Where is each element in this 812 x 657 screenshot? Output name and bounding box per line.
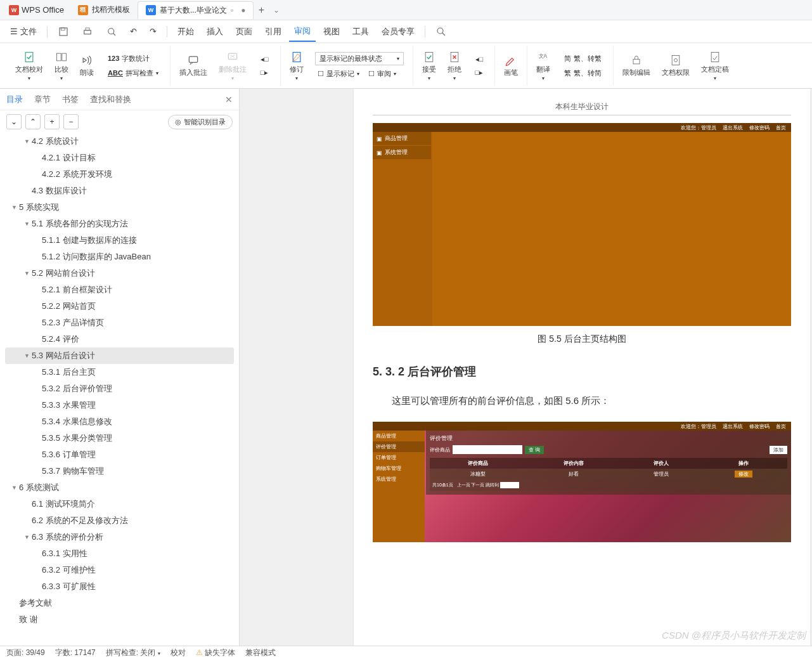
smart-toc-button[interactable]: ◎ 智能识别目录	[168, 115, 233, 129]
read-button[interactable]: 朗读	[76, 51, 98, 80]
menu-review[interactable]: 审阅	[289, 22, 316, 42]
toc-item[interactable]: 5.2.2 网站首页	[5, 298, 234, 315]
undo-icon[interactable]: ↶	[125, 23, 142, 40]
preview-icon[interactable]	[101, 22, 122, 41]
svg-rect-0	[60, 28, 67, 36]
hamburger-icon[interactable]: ☰ 文件	[5, 22, 42, 41]
status-proof[interactable]: 校对	[171, 647, 186, 657]
toc-item[interactable]: 5.1.1 创建与数据库的连接	[5, 232, 234, 249]
toc-item[interactable]: 5.2.3 产品详情页	[5, 315, 234, 331]
figure-caption: 图 5.5 后台主页结构图	[373, 334, 791, 345]
status-wordcount[interactable]: 字数: 17147	[55, 647, 96, 657]
show-markup-button[interactable]: ☐ 显示标记 ▾	[315, 68, 362, 80]
admin-side-goods: 商品管理	[373, 431, 425, 441]
sidetab-chapter[interactable]: 章节	[34, 94, 51, 105]
prev-comment-icon[interactable]: ◂□	[258, 54, 271, 65]
menu-page[interactable]: 页面	[231, 22, 257, 41]
page-header: 本科生毕业设计	[373, 101, 791, 115]
wordcount-button[interactable]: 123 字数统计	[105, 53, 161, 65]
sidebar-tabs: 目录 章节 书签 查找和替换 ✕	[0, 89, 239, 110]
toc-item[interactable]: 5.2.4 评价	[5, 331, 234, 348]
track-changes-button[interactable]: 修订 ▾	[286, 48, 307, 84]
toc-item[interactable]: 4.3 数据库设计	[5, 183, 234, 199]
markup-display-dropdown[interactable]: 显示标记的最终状态▾	[315, 52, 404, 65]
menu-tools[interactable]: 工具	[347, 22, 374, 41]
document-viewport[interactable]: 本科生毕业设计 欢迎您：管理员 退出系统 修改密码 首页 ▣ 商品管理 ▣ 系统…	[240, 89, 812, 646]
menu-ref[interactable]: 引用	[260, 22, 287, 41]
toc-item[interactable]: ▼5.3 网站后台设计	[5, 348, 234, 364]
toc-item[interactable]: 4.2.1 设计目标	[5, 150, 234, 166]
toc-item[interactable]: 5.1.2 访问数据库的 JavaBean	[5, 249, 234, 265]
sidetab-toc[interactable]: 目录	[6, 94, 23, 105]
toc-item[interactable]: 5.3.7 购物车管理	[5, 463, 234, 479]
new-tab-button[interactable]: +	[254, 4, 269, 16]
remove-level-icon[interactable]: −	[63, 114, 79, 129]
toc-item[interactable]: ▼6.3 系统的评价分析	[5, 529, 234, 545]
toc-item[interactable]: 5.3.3 水果管理	[5, 397, 234, 413]
restrict-edit-button[interactable]: 限制编辑	[619, 51, 654, 80]
menu-view[interactable]: 视图	[318, 22, 345, 41]
toc-item[interactable]: 6.3.2 可维护性	[5, 562, 234, 578]
accept-button[interactable]: 接受 ▾	[418, 48, 440, 84]
permissions-button[interactable]: 文档权限	[658, 51, 693, 80]
add-level-icon[interactable]: +	[44, 114, 60, 129]
doc-check-button[interactable]: 文档校对 ▾	[11, 48, 47, 84]
toc-item[interactable]: 5.3.2 后台评价管理	[5, 381, 234, 397]
review-pane-button[interactable]: ☐ 审阅 ▾	[366, 68, 399, 80]
toc-item[interactable]: 5.3.4 水果信息修改	[5, 413, 234, 430]
menu-start[interactable]: 开始	[172, 22, 199, 41]
toc-item[interactable]: ▼5.2 网站前台设计	[5, 265, 234, 282]
toc-item[interactable]: ▼6 系统测试	[5, 479, 234, 496]
toc-item[interactable]: 4.2.2 系统开发环境	[5, 166, 234, 183]
search-icon[interactable]	[430, 22, 452, 41]
collapse-all-icon[interactable]: ⌄	[6, 114, 22, 129]
toc-item[interactable]: 5.3.5 水果分类管理	[5, 430, 234, 446]
reject-button[interactable]: 拒绝 ▾	[444, 48, 465, 84]
save-icon[interactable]	[53, 22, 74, 41]
tab-templates[interactable]: 稻 找稻壳模板	[70, 1, 138, 19]
menu-insert[interactable]: 插入	[202, 22, 228, 41]
compare-button[interactable]: 比较 ▾	[51, 48, 72, 84]
status-page[interactable]: 页面: 39/49	[6, 647, 45, 657]
toc-item[interactable]: 6.3.1 实用性	[5, 545, 234, 562]
toc-item[interactable]: 致 谢	[5, 611, 234, 628]
spellcheck-button[interactable]: ABC 拼写检查 ▾	[105, 67, 161, 79]
status-spellcheck[interactable]: 拼写检查: 关闭 ▾	[106, 647, 160, 657]
toc-item[interactable]: 参考文献	[5, 595, 234, 611]
status-missing-font[interactable]: ⚠ 缺失字体	[196, 647, 235, 657]
sidetab-find[interactable]: 查找和替换	[90, 94, 131, 105]
tab-document[interactable]: W 基于大数...毕业论文 ▫ ●	[138, 1, 254, 19]
next-comment-icon[interactable]: □▸	[258, 67, 271, 78]
toc-item[interactable]: ▼5 系统实现	[5, 199, 234, 216]
redo-icon[interactable]: ↷	[145, 23, 162, 40]
tab-menu-icon[interactable]: ▫	[231, 6, 233, 15]
prev-change-icon[interactable]: ◂□	[473, 54, 486, 65]
toc-item[interactable]: 6.1 测试环境简介	[5, 496, 234, 512]
pen-button[interactable]: 画笔	[500, 51, 522, 80]
toc-item[interactable]: 6.3.3 可扩展性	[5, 578, 234, 595]
insert-comment-button[interactable]: 插入批注	[176, 51, 211, 80]
admin-side-sys: 系统管理	[373, 474, 425, 485]
menu-member[interactable]: 会员专享	[377, 22, 420, 41]
admin-logout-link: 退出系统	[723, 423, 743, 430]
translate-button[interactable]: 文A翻译 ▾	[532, 48, 554, 84]
expand-all-icon[interactable]: ⌃	[25, 114, 41, 129]
toc-list[interactable]: ▼4.2 系统设计4.2.1 设计目标4.2.2 系统开发环境4.3 数据库设计…	[0, 133, 239, 646]
print-icon[interactable]	[77, 22, 98, 41]
toc-item[interactable]: 5.2.1 前台框架设计	[5, 282, 234, 298]
next-change-icon[interactable]: □▸	[473, 67, 486, 78]
toc-item[interactable]: ▼4.2 系统设计	[5, 133, 234, 150]
toc-item[interactable]: ▼5.1 系统各部分的实现方法	[5, 216, 234, 232]
to-traditional-button[interactable]: 简 繁、转繁	[562, 53, 604, 65]
svg-line-5	[113, 33, 115, 36]
finalize-button[interactable]: 文档定稿 ▾	[697, 48, 733, 84]
status-compat[interactable]: 兼容模式	[245, 647, 276, 657]
tab-list-button[interactable]: ⌄	[269, 6, 284, 15]
sidebar-close-icon[interactable]: ✕	[225, 94, 233, 105]
toc-item[interactable]: 6.2 系统的不足及修改方法	[5, 512, 234, 529]
toc-item[interactable]: 5.3.6 订单管理	[5, 446, 234, 463]
toc-item[interactable]: 5.3.1 后台主页	[5, 364, 234, 381]
to-simplified-button[interactable]: 繁 繁、转简	[562, 67, 604, 79]
sidetab-bookmark[interactable]: 书签	[62, 94, 79, 105]
tab-close-icon[interactable]: ●	[241, 6, 245, 15]
